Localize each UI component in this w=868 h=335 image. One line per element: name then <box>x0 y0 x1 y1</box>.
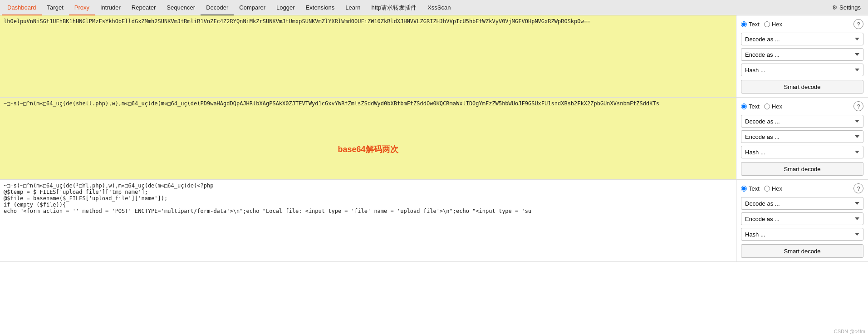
credit: CSDN @c4fm <box>834 329 865 334</box>
hex-radio-1[interactable] <box>764 21 770 27</box>
smart-decode-button-1[interactable]: Smart decode <box>741 80 863 94</box>
hex-radio-3[interactable] <box>764 186 770 192</box>
nav-item-dashboard[interactable]: Dashboard <box>2 0 42 15</box>
encode-select-3[interactable]: Encode as ... <box>741 212 863 225</box>
encode-select-2[interactable]: Encode as ... <box>741 130 863 143</box>
decoder-textarea-2[interactable] <box>0 98 736 179</box>
decoder-controls-2: Text Hex ? Decode as ... Encode as ... H… <box>736 98 868 179</box>
text-radio-3[interactable] <box>741 186 747 192</box>
radio-row-2: Text Hex ? <box>741 101 863 111</box>
settings-label: Settings <box>839 0 861 15</box>
nav-item-sequencer[interactable]: Sequencer <box>161 0 201 15</box>
nav-item-decoder[interactable]: Decoder <box>201 0 234 15</box>
nav-item-intruder[interactable]: Intruder <box>95 0 126 15</box>
nav-item-http-plugin[interactable]: http请求转发插件 <box>366 0 422 15</box>
decoder-controls-3: Text Hex ? Decode as ... Encode as ... H… <box>736 180 868 261</box>
decoder-panel-2: base64解码两次 Text Hex ? Decode as ... Enco… <box>0 98 868 180</box>
text-radio-2[interactable] <box>741 103 747 109</box>
decode-select-3[interactable]: Decode as ... <box>741 197 863 210</box>
nav-item-repeater[interactable]: Repeater <box>126 0 161 15</box>
decode-select-2[interactable]: Decode as ... <box>741 115 863 128</box>
text-radio-1[interactable] <box>741 21 747 27</box>
hash-select-2[interactable]: Hash ... <box>741 146 863 158</box>
decoder-panel-1: lhOelpuVnNiSGt1UEhBK1hHNGlPMzFsYkhObElld… <box>0 15 868 98</box>
radio-row-3: Text Hex ? <box>741 183 863 193</box>
decoder-text-area-2[interactable]: base64解码两次 <box>0 98 736 179</box>
nav-bar: Dashboard Target Proxy Intruder Repeater… <box>0 0 868 15</box>
nav-item-target[interactable]: Target <box>42 0 69 15</box>
radio-row-1: Text Hex ? <box>741 19 863 29</box>
nav-item-xss-scan[interactable]: XssScan <box>422 0 456 15</box>
decode-select-1[interactable]: Decode as ... <box>741 33 863 45</box>
decoder-textarea-1[interactable]: lhOelpuVnNiSGt1UEhBK1hHNGlPMzFsYkhObElld… <box>0 15 736 97</box>
nav-item-extensions[interactable]: Extensions <box>300 0 340 15</box>
smart-decode-button-3[interactable]: Smart decode <box>741 244 863 258</box>
hex-radio-label-2[interactable]: Hex <box>764 103 782 110</box>
help-button-2[interactable]: ? <box>853 101 863 111</box>
settings-button[interactable]: ⚙ Settings <box>827 0 866 15</box>
text-radio-label-2[interactable]: Text <box>741 103 760 110</box>
nav-item-learn[interactable]: Learn <box>340 0 366 15</box>
main-container: lhOelpuVnNiSGt1UEhBK1hHNGlPMzFsYkhObElld… <box>0 15 868 335</box>
gear-icon: ⚙ <box>832 0 838 15</box>
smart-decode-button-2[interactable]: Smart decode <box>741 162 863 176</box>
text-radio-label-3[interactable]: Text <box>741 185 760 192</box>
decoder-textarea-3[interactable] <box>0 180 736 261</box>
hash-select-3[interactable]: Hash ... <box>741 228 863 241</box>
decoder-controls-1: Text Hex ? Decode as ... Encode as ... H… <box>736 15 868 97</box>
nav-item-logger[interactable]: Logger <box>271 0 300 15</box>
help-button-1[interactable]: ? <box>853 19 863 29</box>
help-button-3[interactable]: ? <box>853 183 863 193</box>
text-radio-label-1[interactable]: Text <box>741 21 760 28</box>
decoder-text-area-3[interactable] <box>0 180 736 261</box>
hex-radio-label-1[interactable]: Hex <box>764 21 782 28</box>
encode-select-1[interactable]: Encode as ... <box>741 48 863 61</box>
nav-item-proxy[interactable]: Proxy <box>69 0 95 15</box>
nav-item-comparer[interactable]: Comparer <box>234 0 271 15</box>
hex-radio-2[interactable] <box>764 103 770 109</box>
decoder-text-area-1[interactable]: lhOelpuVnNiSGt1UEhBK1hHNGlPMzFsYkhObElld… <box>0 15 736 97</box>
hex-radio-label-3[interactable]: Hex <box>764 185 782 192</box>
hash-select-1[interactable]: Hash ... <box>741 64 863 76</box>
decoder-panel-3: Text Hex ? Decode as ... Encode as ... H… <box>0 180 868 262</box>
